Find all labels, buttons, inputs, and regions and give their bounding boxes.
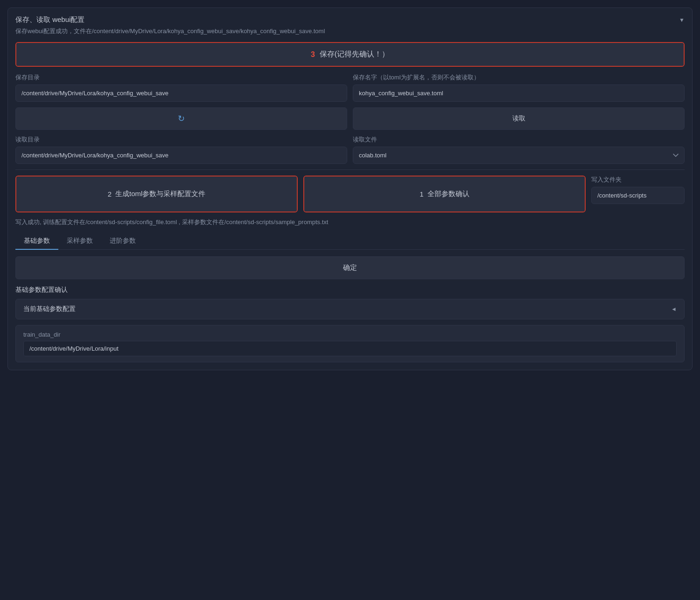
save-name-label: 保存名字（以toml为扩展名，否则不会被读取） bbox=[353, 73, 685, 82]
read-dir-label: 读取目录 bbox=[15, 135, 347, 144]
refresh-icon: ↻ bbox=[178, 113, 185, 124]
params-accordion[interactable]: 当前基础参数配置 ◄ bbox=[15, 299, 685, 319]
confirm-step-num: 1 bbox=[420, 190, 423, 198]
gen-step-num: 2 bbox=[108, 190, 112, 198]
params-section-label: 基础参数配置确认 bbox=[15, 286, 685, 294]
refresh-button[interactable]: ↻ bbox=[15, 107, 347, 130]
tab-advanced-params[interactable]: 进阶参数 bbox=[101, 233, 144, 250]
save-name-input[interactable] bbox=[353, 85, 685, 102]
write-folder-input[interactable] bbox=[591, 187, 685, 204]
save-dir-group: 保存目录 bbox=[15, 73, 347, 102]
tab-basic-label: 基础参数 bbox=[24, 237, 50, 244]
param-block: train_data_dir /content/drive/MyDrive/Lo… bbox=[15, 325, 685, 362]
read-dir-input[interactable] bbox=[15, 147, 347, 164]
read-file-group: 读取文件 colab.toml bbox=[353, 135, 685, 164]
save-dir-label: 保存目录 bbox=[15, 73, 347, 82]
bottom-section: 2 生成toml参数与采样配置文件 1 全部参数确认 写入文件夹 bbox=[15, 176, 685, 212]
action-row: ↻ 读取 bbox=[15, 107, 685, 130]
accordion-label: 当前基础参数配置 bbox=[23, 305, 76, 313]
save-button-label: 保存(记得先确认！） bbox=[320, 49, 389, 59]
write-status-text: 写入成功, 训练配置文件在/content/sd-scripts/config_… bbox=[15, 218, 685, 226]
param-key: train_data_dir bbox=[23, 331, 677, 338]
tab-sample-label: 采样参数 bbox=[67, 237, 93, 244]
save-fields-row: 保存目录 保存名字（以toml为扩展名，否则不会被读取） bbox=[15, 73, 685, 102]
gen-button[interactable]: 2 生成toml参数与采样配置文件 bbox=[16, 176, 297, 212]
save-name-group: 保存名字（以toml为扩展名，否则不会被读取） bbox=[353, 73, 685, 102]
save-step-num: 3 bbox=[311, 50, 315, 59]
confirm-button-label: 全部参数确认 bbox=[427, 190, 469, 198]
confirm-button-outer: 1 全部参数确认 bbox=[303, 176, 586, 212]
save-status-text: 保存webui配置成功，文件在/content/drive/MyDrive/Lo… bbox=[15, 27, 685, 35]
confirm-ok-label: 确定 bbox=[343, 263, 357, 271]
tabs-row: 基础参数 采样参数 进阶参数 bbox=[15, 233, 685, 250]
accordion-arrow-icon: ◄ bbox=[671, 306, 677, 312]
panel-header: 保存、读取 webui配置 ▼ bbox=[15, 15, 685, 24]
read-button-label: 读取 bbox=[512, 114, 525, 123]
read-button[interactable]: 读取 bbox=[353, 107, 685, 130]
read-file-label: 读取文件 bbox=[353, 135, 685, 144]
save-button-container: 3 保存(记得先确认！） bbox=[15, 42, 685, 67]
tab-advanced-label: 进阶参数 bbox=[110, 237, 136, 244]
panel-title: 保存、读取 webui配置 bbox=[15, 15, 84, 24]
read-fields-row: 读取目录 读取文件 colab.toml bbox=[15, 135, 685, 164]
confirm-button[interactable]: 1 全部参数确认 bbox=[304, 176, 585, 212]
write-folder-group: 写入文件夹 bbox=[591, 176, 685, 212]
read-file-select[interactable]: colab.toml bbox=[353, 147, 685, 164]
tab-basic-params[interactable]: 基础参数 bbox=[15, 233, 58, 250]
gen-button-outer: 2 生成toml参数与采样配置文件 bbox=[15, 176, 298, 212]
collapse-icon[interactable]: ▼ bbox=[679, 17, 685, 23]
write-folder-label: 写入文件夹 bbox=[591, 176, 685, 184]
gen-button-label: 生成toml参数与采样配置文件 bbox=[115, 190, 205, 198]
save-button[interactable]: 3 保存(记得先确认！） bbox=[16, 43, 684, 66]
tab-sample-params[interactable]: 采样参数 bbox=[58, 233, 101, 250]
confirm-ok-button[interactable]: 确定 bbox=[15, 256, 685, 279]
main-panel: 保存、读取 webui配置 ▼ 保存webui配置成功，文件在/content/… bbox=[7, 7, 693, 370]
save-dir-input[interactable] bbox=[15, 85, 347, 102]
divider-1 bbox=[15, 169, 685, 170]
param-value: /content/drive/MyDrive/Lora/input bbox=[23, 341, 677, 356]
read-dir-group: 读取目录 bbox=[15, 135, 347, 164]
